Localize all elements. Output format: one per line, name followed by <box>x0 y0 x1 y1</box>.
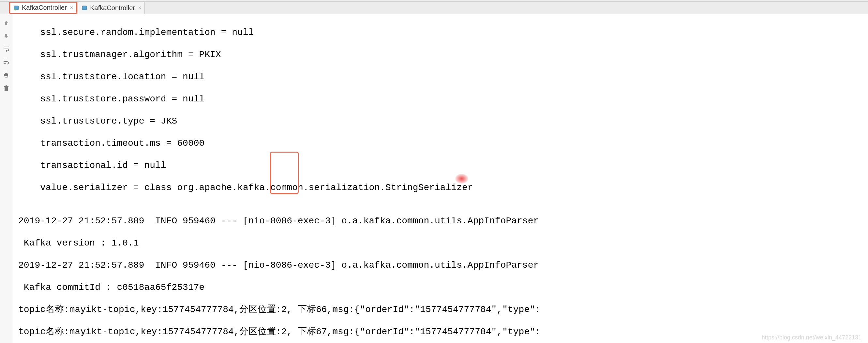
console-line: ssl.truststore.location = null <box>18 71 868 83</box>
console-line: topic名称:mayikt-topic,key:1577454777784,分… <box>18 304 868 315</box>
svg-rect-2 <box>82 6 87 10</box>
wrap-lines-icon[interactable] <box>3 45 10 53</box>
file-icon <box>82 5 87 11</box>
file-icon <box>13 5 19 11</box>
tab-label: KafkaController <box>90 4 135 12</box>
tabs-row: KafkaController × KafkaController × <box>0 2 868 14</box>
console-line: topic名称:mayikt-topic,key:1577454777784,分… <box>18 326 868 338</box>
arrow-down-icon[interactable] <box>3 32 10 39</box>
console-line: value.serializer = class org.apache.kafk… <box>18 182 868 193</box>
svg-point-1 <box>14 8 16 10</box>
tab-label: KafkaController <box>22 4 67 11</box>
console-line: ssl.truststore.type = JKS <box>18 116 868 127</box>
gutter-toolbar <box>0 14 12 343</box>
console-line: ssl.trustmanager.algorithm = PKIX <box>18 49 868 60</box>
close-icon[interactable]: × <box>138 5 141 11</box>
svg-rect-6 <box>5 87 8 91</box>
tab-kafkacontroller-2[interactable]: KafkaController × <box>78 2 145 14</box>
watermark: https://blog.csdn.net/weixin_44722131 <box>762 334 862 341</box>
console-line: ssl.secure.random.implementation = null <box>18 27 868 38</box>
console-line: transaction.timeout.ms = 60000 <box>18 138 868 149</box>
svg-rect-8 <box>5 86 7 86</box>
print-icon[interactable] <box>3 71 10 79</box>
console-line: ssl.truststore.password = null <box>18 94 868 105</box>
console-line: Kafka commitId : c0518aa65f25317e <box>18 282 868 293</box>
console-line: Kafka version : 1.0.1 <box>18 238 868 249</box>
scroll-end-icon[interactable] <box>3 58 10 66</box>
trash-icon[interactable] <box>3 85 10 92</box>
svg-rect-7 <box>4 86 8 87</box>
console-line: transactional.id = null <box>18 160 868 171</box>
svg-rect-5 <box>5 76 7 77</box>
console-output[interactable]: ssl.secure.random.implementation = null … <box>12 14 868 343</box>
console-line: 2019-12-27 21:52:57.889 INFO 959460 --- … <box>18 260 868 271</box>
arrow-up-icon[interactable] <box>3 19 10 26</box>
svg-rect-4 <box>5 73 7 74</box>
tab-kafkacontroller-1[interactable]: KafkaController × <box>9 2 77 14</box>
close-icon[interactable]: × <box>70 5 73 11</box>
console-line: 2019-12-27 21:52:57.889 INFO 959460 --- … <box>18 216 868 227</box>
